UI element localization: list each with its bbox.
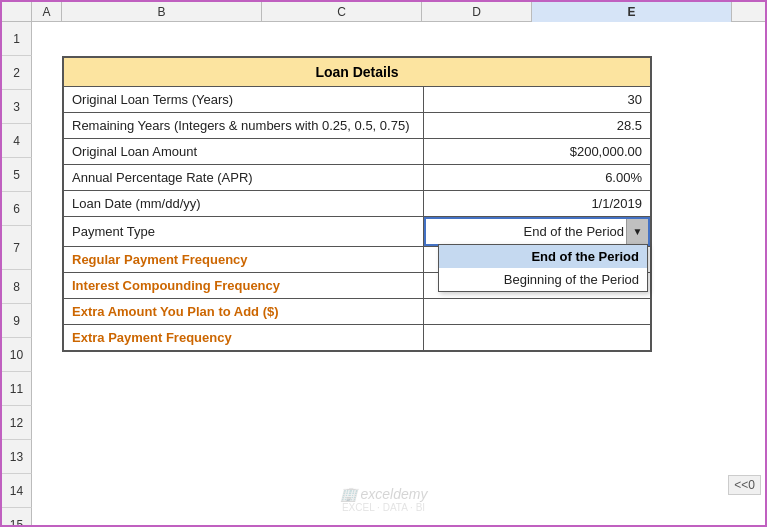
row-9-label: Annual Percentage Rate (APR) [64, 165, 424, 190]
spreadsheet-container: A B C D E 1 2 3 4 5 6 7 8 9 10 11 12 13 … [0, 0, 767, 527]
row-num-8: 8 [2, 270, 32, 304]
row-num-9: 9 [2, 304, 32, 338]
row-num-5: 5 [2, 158, 32, 192]
row-num-14: 14 [2, 474, 32, 508]
dropdown-arrow-icon[interactable]: ▼ [626, 219, 648, 244]
row-num-3: 3 [2, 90, 32, 124]
row-num-2: 2 [2, 56, 32, 90]
row-numbers: 1 2 3 4 5 6 7 8 9 10 11 12 13 14 15 [2, 22, 32, 527]
col-header-d[interactable]: D [422, 2, 532, 22]
row-num-4: 4 [2, 124, 32, 158]
row-num-11: 11 [2, 372, 32, 406]
row-15-label: Extra Payment Frequency [64, 325, 424, 350]
table-row: Extra Amount You Plan to Add ($) [64, 299, 650, 325]
row-10-label: Loan Date (mm/dd/yy) [64, 191, 424, 216]
row-9-value: 6.00% [424, 165, 650, 190]
row-11-label: Payment Type [64, 217, 424, 246]
row-num-1: 1 [2, 22, 32, 56]
table-row: Annual Percentage Rate (APR) 6.00% [64, 165, 650, 191]
col-header-b[interactable]: B [62, 2, 262, 22]
row-num-15: 15 [2, 508, 32, 527]
row-num-13: 13 [2, 440, 32, 474]
payment-type-dropdown[interactable]: End of the Period Beginning of the Perio… [438, 244, 648, 292]
row-num-12: 12 [2, 406, 32, 440]
dropdown-option-beginning[interactable]: Beginning of the Period [439, 268, 647, 291]
row-12-label: Regular Payment Frequency [64, 247, 424, 272]
row-7-value: 28.5 [424, 113, 650, 138]
table-row: Original Loan Terms (Years) 30 [64, 87, 650, 113]
table-row: Original Loan Amount $200,000.00 [64, 139, 650, 165]
row-6-value: 30 [424, 87, 650, 112]
loan-details-table: Loan Details Original Loan Terms (Years)… [62, 56, 652, 352]
row-num-10: 10 [2, 338, 32, 372]
row-14-value[interactable] [424, 299, 650, 324]
row-6-label: Original Loan Terms (Years) [64, 87, 424, 112]
table-row: Remaining Years (Integers & numbers with… [64, 113, 650, 139]
table-row: Extra Payment Frequency [64, 325, 650, 350]
table-title: Loan Details [64, 58, 650, 87]
row-num-7: 7 [2, 226, 32, 270]
row-7-label: Remaining Years (Integers & numbers with… [64, 113, 424, 138]
row-10-value: 1/1/2019 [424, 191, 650, 216]
row-8-label: Original Loan Amount [64, 139, 424, 164]
watermark-tagline: EXCEL · DATA · BI [340, 502, 428, 513]
watermark: 🏢 exceldemy EXCEL · DATA · BI [340, 486, 428, 513]
row-14-label: Extra Amount You Plan to Add ($) [64, 299, 424, 324]
row-num-6: 6 [2, 192, 32, 226]
payment-type-value[interactable]: End of the Period ▼ End of the Period Be… [424, 217, 650, 246]
watermark-logo: 🏢 exceldemy [340, 486, 428, 502]
col-header-a[interactable]: A [32, 2, 62, 22]
dropdown-option-end[interactable]: End of the Period [439, 245, 647, 268]
table-row: Loan Date (mm/dd/yy) 1/1/2019 [64, 191, 650, 217]
row-8-value: $200,000.00 [424, 139, 650, 164]
column-headers: A B C D E [2, 2, 765, 22]
scroll-indicator[interactable]: <<0 [728, 475, 761, 495]
row-13-label: Interest Compounding Frequency [64, 273, 424, 298]
col-header-c[interactable]: C [262, 2, 422, 22]
corner-cell [2, 2, 32, 21]
selected-payment-type: End of the Period [524, 224, 624, 239]
payment-type-row: Payment Type End of the Period ▼ End of … [64, 217, 650, 247]
row-15-value[interactable] [424, 325, 650, 350]
col-header-e[interactable]: E [532, 2, 732, 22]
